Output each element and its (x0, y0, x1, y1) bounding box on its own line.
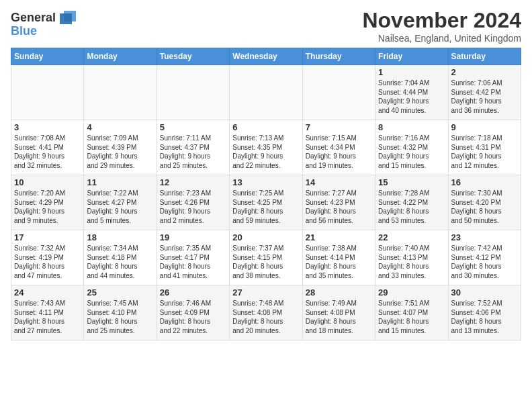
day-number: 4 (87, 122, 153, 132)
day-info: Sunrise: 7:40 AM Sunset: 4:13 PM Dayligh… (378, 244, 445, 280)
day-number: 7 (306, 122, 372, 132)
day-number: 10 (14, 177, 81, 187)
weekday-header: Wednesday (230, 48, 302, 65)
logo-icon (57, 8, 77, 27)
day-number: 30 (451, 287, 518, 298)
title-area: November 2024 Nailsea, England, United K… (362, 8, 521, 44)
day-info: Sunrise: 7:23 AM Sunset: 4:26 PM Dayligh… (160, 189, 226, 225)
weekday-header: Monday (84, 48, 157, 65)
day-number: 23 (451, 232, 518, 242)
day-info: Sunrise: 7:35 AM Sunset: 4:17 PM Dayligh… (160, 244, 226, 280)
calendar-cell: 20Sunrise: 7:37 AM Sunset: 4:15 PM Dayli… (230, 230, 302, 285)
day-number: 2 (451, 67, 518, 77)
day-info: Sunrise: 7:18 AM Sunset: 4:31 PM Dayligh… (451, 134, 518, 170)
day-number: 3 (14, 122, 81, 132)
day-number: 13 (232, 177, 299, 187)
day-number: 9 (451, 122, 518, 132)
calendar-cell: 28Sunrise: 7:49 AM Sunset: 4:08 PM Dayli… (302, 285, 375, 340)
day-number: 21 (306, 232, 372, 242)
day-number: 19 (160, 232, 226, 242)
weekday-header: Sunday (11, 48, 84, 65)
calendar-cell: 6Sunrise: 7:13 AM Sunset: 4:35 PM Daylig… (230, 120, 302, 175)
calendar-cell: 7Sunrise: 7:15 AM Sunset: 4:34 PM Daylig… (302, 120, 375, 175)
calendar-cell: 4Sunrise: 7:09 AM Sunset: 4:39 PM Daylig… (84, 120, 157, 175)
calendar-cell: 13Sunrise: 7:25 AM Sunset: 4:25 PM Dayli… (230, 175, 302, 230)
day-number: 8 (378, 122, 445, 132)
weekday-header: Saturday (448, 48, 521, 65)
page-header: General Blue November 2024 Nailsea, Engl… (0, 0, 532, 48)
svg-marker-1 (60, 13, 72, 24)
calendar-cell (302, 65, 375, 120)
day-info: Sunrise: 7:08 AM Sunset: 4:41 PM Dayligh… (14, 134, 81, 170)
calendar-cell: 30Sunrise: 7:52 AM Sunset: 4:06 PM Dayli… (448, 285, 521, 340)
day-number: 17 (14, 232, 81, 242)
day-info: Sunrise: 7:46 AM Sunset: 4:09 PM Dayligh… (160, 299, 226, 335)
day-info: Sunrise: 7:52 AM Sunset: 4:06 PM Dayligh… (451, 299, 518, 335)
day-number: 15 (378, 177, 445, 187)
day-number: 28 (306, 287, 372, 298)
calendar-cell: 27Sunrise: 7:48 AM Sunset: 4:08 PM Dayli… (230, 285, 302, 340)
calendar-cell (230, 65, 302, 120)
day-info: Sunrise: 7:51 AM Sunset: 4:07 PM Dayligh… (378, 299, 445, 335)
day-number: 16 (451, 177, 518, 187)
calendar-cell: 14Sunrise: 7:27 AM Sunset: 4:23 PM Dayli… (302, 175, 375, 230)
calendar-cell: 26Sunrise: 7:46 AM Sunset: 4:09 PM Dayli… (157, 285, 229, 340)
day-info: Sunrise: 7:43 AM Sunset: 4:11 PM Dayligh… (14, 299, 81, 335)
day-info: Sunrise: 7:34 AM Sunset: 4:18 PM Dayligh… (87, 244, 153, 280)
day-info: Sunrise: 7:04 AM Sunset: 4:44 PM Dayligh… (378, 79, 445, 115)
day-info: Sunrise: 7:42 AM Sunset: 4:12 PM Dayligh… (451, 244, 518, 280)
calendar-cell: 25Sunrise: 7:45 AM Sunset: 4:10 PM Dayli… (84, 285, 157, 340)
calendar-cell: 15Sunrise: 7:28 AM Sunset: 4:22 PM Dayli… (375, 175, 448, 230)
day-number: 14 (306, 177, 372, 187)
weekday-header: Tuesday (157, 48, 229, 65)
day-info: Sunrise: 7:13 AM Sunset: 4:35 PM Dayligh… (232, 134, 299, 170)
day-info: Sunrise: 7:28 AM Sunset: 4:22 PM Dayligh… (378, 189, 445, 225)
day-info: Sunrise: 7:27 AM Sunset: 4:23 PM Dayligh… (306, 189, 372, 225)
calendar-week-row: 17Sunrise: 7:32 AM Sunset: 4:19 PM Dayli… (11, 230, 521, 285)
calendar-cell (11, 65, 84, 120)
day-info: Sunrise: 7:25 AM Sunset: 4:25 PM Dayligh… (232, 189, 299, 225)
day-info: Sunrise: 7:15 AM Sunset: 4:34 PM Dayligh… (306, 134, 372, 170)
day-number: 12 (160, 177, 226, 187)
calendar-cell: 29Sunrise: 7:51 AM Sunset: 4:07 PM Dayli… (375, 285, 448, 340)
calendar-cell: 2Sunrise: 7:06 AM Sunset: 4:42 PM Daylig… (448, 65, 521, 120)
calendar-cell (84, 65, 157, 120)
calendar-cell: 17Sunrise: 7:32 AM Sunset: 4:19 PM Dayli… (11, 230, 84, 285)
day-number: 29 (378, 287, 445, 298)
calendar-cell: 16Sunrise: 7:30 AM Sunset: 4:20 PM Dayli… (448, 175, 521, 230)
day-number: 5 (160, 122, 226, 132)
calendar-cell: 23Sunrise: 7:42 AM Sunset: 4:12 PM Dayli… (448, 230, 521, 285)
day-info: Sunrise: 7:16 AM Sunset: 4:32 PM Dayligh… (378, 134, 445, 170)
logo: General Blue (11, 8, 79, 38)
day-info: Sunrise: 7:45 AM Sunset: 4:10 PM Dayligh… (87, 299, 153, 335)
day-number: 20 (232, 232, 299, 242)
calendar-week-row: 3Sunrise: 7:08 AM Sunset: 4:41 PM Daylig… (11, 120, 521, 175)
calendar-cell (157, 65, 229, 120)
calendar-cell: 19Sunrise: 7:35 AM Sunset: 4:17 PM Dayli… (157, 230, 229, 285)
calendar-table: SundayMondayTuesdayWednesdayThursdayFrid… (11, 48, 521, 340)
calendar-cell: 18Sunrise: 7:34 AM Sunset: 4:18 PM Dayli… (84, 230, 157, 285)
day-info: Sunrise: 7:48 AM Sunset: 4:08 PM Dayligh… (232, 299, 299, 335)
month-title: November 2024 (362, 8, 521, 33)
day-info: Sunrise: 7:09 AM Sunset: 4:39 PM Dayligh… (87, 134, 153, 170)
calendar-week-row: 10Sunrise: 7:20 AM Sunset: 4:29 PM Dayli… (11, 175, 521, 230)
calendar-cell: 12Sunrise: 7:23 AM Sunset: 4:26 PM Dayli… (157, 175, 229, 230)
day-info: Sunrise: 7:30 AM Sunset: 4:20 PM Dayligh… (451, 189, 518, 225)
calendar-cell: 11Sunrise: 7:22 AM Sunset: 4:27 PM Dayli… (84, 175, 157, 230)
day-info: Sunrise: 7:37 AM Sunset: 4:15 PM Dayligh… (232, 244, 299, 280)
calendar-cell: 1Sunrise: 7:04 AM Sunset: 4:44 PM Daylig… (375, 65, 448, 120)
day-info: Sunrise: 7:32 AM Sunset: 4:19 PM Dayligh… (14, 244, 81, 280)
day-number: 1 (378, 67, 445, 77)
header-row: SundayMondayTuesdayWednesdayThursdayFrid… (11, 48, 521, 65)
location: Nailsea, England, United Kingdom (362, 33, 521, 44)
day-info: Sunrise: 7:38 AM Sunset: 4:14 PM Dayligh… (306, 244, 372, 280)
calendar-cell: 9Sunrise: 7:18 AM Sunset: 4:31 PM Daylig… (448, 120, 521, 175)
day-info: Sunrise: 7:11 AM Sunset: 4:37 PM Dayligh… (160, 134, 226, 170)
calendar-cell: 22Sunrise: 7:40 AM Sunset: 4:13 PM Dayli… (375, 230, 448, 285)
calendar-cell: 24Sunrise: 7:43 AM Sunset: 4:11 PM Dayli… (11, 285, 84, 340)
weekday-header: Thursday (302, 48, 375, 65)
weekday-header: Friday (375, 48, 448, 65)
day-number: 25 (87, 287, 153, 298)
day-number: 18 (87, 232, 153, 242)
calendar-week-row: 1Sunrise: 7:04 AM Sunset: 4:44 PM Daylig… (11, 65, 521, 120)
